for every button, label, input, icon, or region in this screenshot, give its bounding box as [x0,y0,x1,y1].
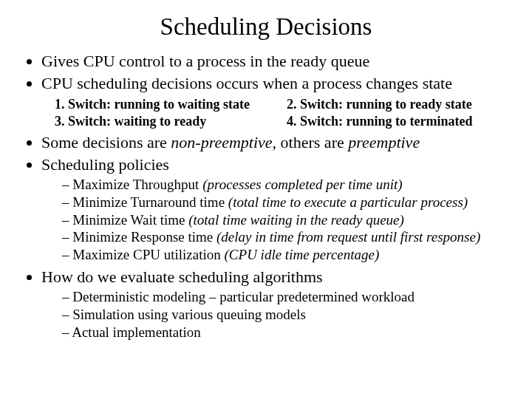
bullet-scheduling-decisions: CPU scheduling decisions occurs when a p… [41,73,510,130]
policy-label: Minimize Response time [72,229,216,245]
bullet-evaluate: How do we evaluate scheduling algorithms… [41,267,510,341]
bullet-list: Gives CPU control to a process in the re… [22,51,510,341]
eval-implementation: Actual implementation [62,324,510,341]
slide-title: Scheduling Decisions [22,13,510,41]
eval-deterministic: Deterministic modeling – particular pred… [62,288,510,306]
policy-list: Maximize Throughput (processes completed… [41,176,510,264]
eval-simulation: Simulation using various queuing models [62,306,510,324]
policy-label: Maximize CPU utilization [72,247,224,262]
bullet-text: How do we evaluate scheduling algorithms [41,267,323,286]
slide: Scheduling Decisions Gives CPU control t… [0,0,532,341]
switch-1: 1. Switch: running to waiting state [55,96,278,113]
bullet-text: Scheduling policies [41,155,169,174]
switch-grid: 1. Switch: running to waiting state 2. S… [55,96,510,129]
bullet-preemptive: Some decisions are non-preemptive, other… [41,132,510,153]
policy-desc: (delay in time from request until first … [216,229,480,245]
policy-desc: (total time to execute a particular proc… [228,194,468,210]
eval-list: Deterministic modeling – particular pred… [41,288,510,341]
policy-response: Minimize Response time (delay in time fr… [62,228,510,246]
text-part: , others are [273,133,349,151]
bullet-policies: Scheduling policies Maximize Throughput … [41,154,510,264]
policy-utilization: Maximize CPU utilization (CPU idle time … [62,246,510,264]
term-nonpreemptive: non-preemptive [171,133,272,151]
policy-label: Minimize Turnaround time [72,194,228,210]
switch-4: 4. Switch: running to terminated [287,113,510,130]
policy-desc: (CPU idle time percentage) [225,247,380,262]
policy-desc: (total time waiting in the ready queue) [188,212,404,228]
switch-3: 3. Switch: waiting to ready [55,113,278,130]
term-preemptive: preemptive [348,133,420,151]
switch-2: 2. Switch: running to ready state [287,96,510,113]
policy-label: Maximize Throughput [72,177,202,192]
bullet-text: CPU scheduling decisions occurs when a p… [41,74,452,92]
text-part: Some decisions are [41,133,171,151]
policy-desc: (processes completed per time unit) [202,177,403,192]
policy-turnaround: Minimize Turnaround time (total time to … [62,194,510,211]
bullet-cpu-control: Gives CPU control to a process in the re… [41,51,510,72]
policy-throughput: Maximize Throughput (processes completed… [62,176,510,194]
policy-wait: Minimize Wait time (total time waiting i… [62,211,510,229]
policy-label: Minimize Wait time [72,212,188,228]
